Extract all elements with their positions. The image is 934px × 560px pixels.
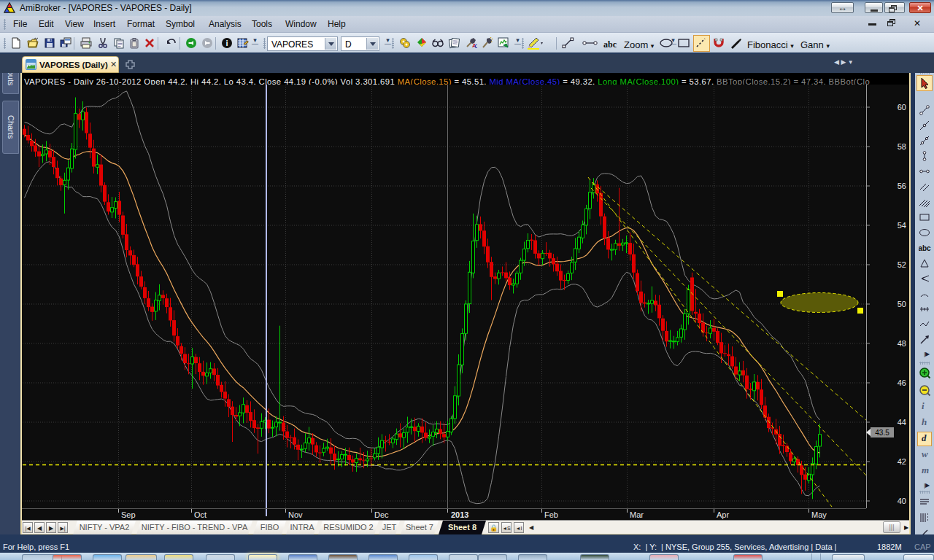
svg-text:abc: abc bbox=[919, 244, 931, 252]
svg-text:Sep: Sep bbox=[121, 510, 136, 519]
svg-text:46: 46 bbox=[898, 378, 906, 387]
svg-text:52: 52 bbox=[898, 260, 906, 269]
svg-text:Dec: Dec bbox=[374, 510, 389, 519]
svg-text:i: i bbox=[225, 39, 228, 47]
svg-text:56: 56 bbox=[898, 182, 906, 190]
svg-text:60: 60 bbox=[898, 103, 906, 112]
svg-text:50: 50 bbox=[898, 300, 906, 308]
svg-text:Apr: Apr bbox=[717, 510, 729, 519]
svg-text:Feb: Feb bbox=[544, 510, 558, 519]
svg-text:40: 40 bbox=[898, 497, 906, 505]
svg-text:Nov: Nov bbox=[288, 510, 303, 519]
svg-text:44: 44 bbox=[898, 418, 906, 427]
svg-text:42: 42 bbox=[898, 457, 906, 466]
svg-text:48: 48 bbox=[898, 339, 906, 348]
svg-text:58: 58 bbox=[898, 142, 906, 151]
svg-text:May: May bbox=[811, 510, 827, 519]
svg-text:43.5: 43.5 bbox=[875, 429, 889, 437]
svg-text:Mar: Mar bbox=[630, 510, 644, 519]
svg-text:2013: 2013 bbox=[451, 510, 468, 519]
svg-text:C: C bbox=[474, 43, 477, 49]
svg-text:Oct: Oct bbox=[194, 510, 207, 519]
svg-text:54: 54 bbox=[898, 221, 906, 230]
